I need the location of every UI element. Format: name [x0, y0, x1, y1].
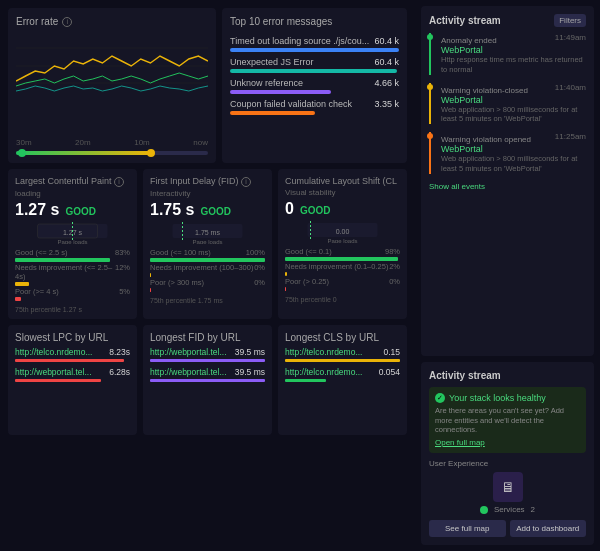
cls-bar-good — [285, 257, 398, 261]
error-item-4: Coupon failed validation check 3.35 k — [230, 99, 399, 115]
cls-url-bar-2 — [285, 379, 326, 382]
error-rate-title: Error rate i — [16, 16, 208, 27]
activity-stream-1: Activity stream Filters Anomaly ended 11… — [421, 6, 594, 356]
cls-bars: Good (<= 0.1)98% Needs improvement (0.1–… — [285, 247, 400, 292]
cls-card: Cumulative Layout Shift (CL Visual stabi… — [278, 169, 407, 319]
fid-url-bar-2 — [150, 379, 265, 382]
slowest-lcp-item-2: http://webportal.tel... 6.28s — [15, 367, 130, 382]
fid-status: GOOD — [200, 206, 231, 217]
webapp-icon: 🖥 — [501, 479, 515, 495]
slowest-lcp-title: Slowest LPC by URL — [15, 332, 130, 343]
fid-title: First Input Delay (FID) i — [150, 176, 265, 187]
fid-bars: Good (<= 100 ms)100% Needs improvement (… — [150, 248, 265, 293]
info-icon: i — [62, 17, 72, 27]
fid-subtitle: Interactivity — [150, 189, 265, 198]
lcp-subtitle: loading — [15, 189, 130, 198]
cls-value: 0 — [285, 200, 294, 218]
activity-stream2-title: Activity stream — [429, 370, 501, 381]
top10-card: Top 10 error messages Timed out loading … — [222, 8, 407, 163]
lcp-percentile: 75th percentile 1.27 s — [15, 306, 130, 313]
svg-text:1.75 ms: 1.75 ms — [195, 229, 220, 236]
longest-cls-item-2: http://telco.nrdemo... 0.054 — [285, 367, 400, 382]
error-bar — [230, 69, 397, 73]
cls-title: Cumulative Layout Shift (CL — [285, 176, 400, 186]
top10-title: Top 10 error messages — [230, 16, 399, 27]
fid-value: 1.75 s — [150, 201, 194, 219]
ue-diagram: 🖥 Services 2 — [429, 472, 586, 514]
error-bar — [230, 90, 331, 94]
activity-dot-3 — [427, 133, 433, 139]
longest-fid-item-2: http://webportal.tel... 39.5 ms — [150, 367, 265, 382]
show-all-events-link[interactable]: Show all events — [429, 182, 586, 191]
right-panel: Activity stream Filters Anomaly ended 11… — [415, 0, 600, 551]
service-dot — [480, 506, 488, 514]
time-labels: 30m 20m 10m now — [16, 138, 208, 147]
open-full-map-link[interactable]: Open full map — [435, 438, 485, 447]
cls-bar-needs — [285, 272, 287, 276]
fid-bar-poor — [150, 288, 151, 292]
cls-status: GOOD — [300, 205, 331, 216]
svg-text:0.00: 0.00 — [336, 228, 350, 235]
time-slider[interactable] — [16, 151, 208, 155]
svg-text:Page loads: Page loads — [327, 238, 357, 243]
activity-item-3: Warning violation opened 11:25am WebPort… — [429, 132, 586, 174]
longest-fid-card: Longest FID by URL http://webportal.tel.… — [143, 325, 272, 435]
services-row: Services 2 — [480, 505, 535, 514]
lcp-bar-poor — [15, 297, 21, 301]
lcp-bars: Good (<= 2.5 s)83% Needs improvement (<=… — [15, 248, 130, 302]
slowest-lcp-card: Slowest LPC by URL http://telco.nrdemo..… — [8, 325, 137, 435]
activity-item-1: Anomaly ended 11:49am WebPortal Http res… — [429, 33, 586, 75]
cls-bar-poor — [285, 287, 286, 291]
activity-item-2: Warning violation-closed 11:40am WebPort… — [429, 83, 586, 125]
main-panel: Error rate i — [0, 0, 415, 551]
lcp-title: Largest Contentful Paint i — [15, 176, 130, 187]
activity-dot-1 — [427, 34, 433, 40]
error-item-2: Unexpected JS Error 60.4 k — [230, 57, 399, 73]
lcp-status: GOOD — [65, 206, 96, 217]
lcp-url-bar-2 — [15, 379, 101, 382]
longest-fid-item-1: http://webportal.tel... 39.5 ms — [150, 347, 265, 362]
error-rate-card: Error rate i — [8, 8, 216, 163]
filters-button[interactable]: Filters — [554, 14, 586, 27]
activity-stream-2: Activity stream ✓ Your stack looks healt… — [421, 362, 594, 545]
fid-card: First Input Delay (FID) i Interactivity … — [143, 169, 272, 319]
lcp-info-icon: i — [114, 177, 124, 187]
fid-url-bar-1 — [150, 359, 265, 362]
lcp-url-bar-1 — [15, 359, 124, 362]
lcp-bar-needs — [15, 282, 29, 286]
fid-bar-good — [150, 258, 265, 262]
error-bar — [230, 48, 399, 52]
cls-percentile: 75th percentile 0 — [285, 296, 400, 303]
fid-info-icon: i — [241, 177, 251, 187]
ue-label: User Experience — [429, 459, 586, 468]
activity-dot-2 — [427, 84, 433, 90]
cls-url-bar-1 — [285, 359, 400, 362]
lcp-card: Largest Contentful Paint i loading 1.27 … — [8, 169, 137, 319]
action-buttons: See full map Add to dashboard — [429, 520, 586, 537]
svg-text:Page loads: Page loads — [192, 239, 222, 244]
error-item-1: Timed out loading source ./js/cou... 60.… — [230, 36, 399, 52]
error-item-3: Unknow reference 4.66 k — [230, 78, 399, 94]
stack-notice: ✓ Your stack looks healthy Are there are… — [429, 387, 586, 453]
longest-cls-item-1: http://telco.nrdemo... 0.15 — [285, 347, 400, 362]
error-rate-chart — [16, 31, 208, 136]
fid-percentile: 75th percentile 1.75 ms — [150, 297, 265, 304]
error-bar — [230, 111, 315, 115]
see-full-map-button[interactable]: See full map — [429, 520, 506, 537]
svg-text:Page loads: Page loads — [57, 239, 87, 244]
longest-cls-card: Longest CLS by URL http://telco.nrdemo..… — [278, 325, 407, 435]
slowest-lcp-item-1: http://telco.nrdemo... 8.23s — [15, 347, 130, 362]
activity-stream-title: Activity stream — [429, 15, 501, 26]
add-to-dashboard-button[interactable]: Add to dashboard — [510, 520, 587, 537]
error-label: Timed out loading source ./js/cou... — [230, 36, 369, 46]
longest-fid-title: Longest FID by URL — [150, 332, 265, 343]
lcp-bar-good — [15, 258, 110, 262]
longest-cls-title: Longest CLS by URL — [285, 332, 400, 343]
error-count: 60.4 k — [374, 36, 399, 46]
cls-subtitle: Visual stability — [285, 188, 400, 197]
fid-bar-needs — [150, 273, 151, 277]
ue-node: 🖥 — [493, 472, 523, 502]
check-icon: ✓ — [435, 393, 445, 403]
ue-section: User Experience 🖥 Services 2 — [429, 459, 586, 514]
lcp-value: 1.27 s — [15, 201, 59, 219]
